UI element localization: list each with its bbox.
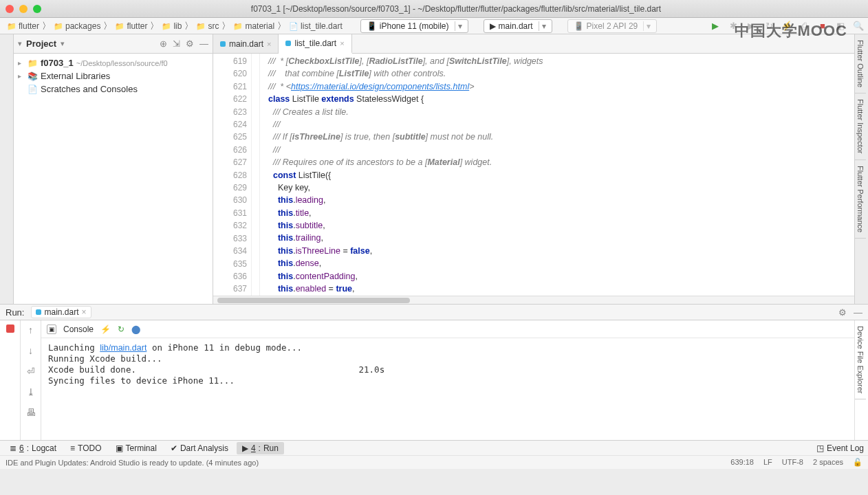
tab-dart-analysis[interactable]: ✔ Dart Analysis xyxy=(165,442,234,454)
dart-file-icon xyxy=(285,41,291,46)
horizontal-scrollbar[interactable] xyxy=(213,296,854,304)
right-tab[interactable]: Flutter Inspector xyxy=(855,94,866,160)
file-encoding[interactable]: UTF-8 xyxy=(782,458,803,467)
close-tab-icon[interactable]: × xyxy=(267,40,271,48)
dart-file-icon xyxy=(220,41,226,47)
collapse-icon[interactable]: ▾ xyxy=(18,39,22,48)
minimize-window-icon[interactable] xyxy=(19,5,28,13)
console-label: Console xyxy=(63,324,94,334)
project-header-label: Project xyxy=(26,38,56,49)
event-log[interactable]: ◳ Event Log xyxy=(816,443,864,453)
status-bar: IDE and Plugin Updates: Android Studio i… xyxy=(0,455,868,469)
hot-reload-small-icon[interactable]: ⚡ xyxy=(100,324,111,334)
maximize-window-icon[interactable] xyxy=(33,5,41,13)
restart-icon[interactable]: ↻ xyxy=(118,324,124,334)
fold-gutter[interactable] xyxy=(252,54,260,296)
right-console-gutter: Device File Explorer xyxy=(854,320,868,440)
project-root[interactable]: ▸📁f0703_1 ~/Desktop/lesson/source/f0 xyxy=(14,56,213,69)
line-separator[interactable]: LF xyxy=(763,458,772,467)
cursor-position[interactable]: 639:18 xyxy=(730,458,754,467)
editor-area: main.dart× list_tile.dart× 6196206216226… xyxy=(213,34,854,304)
tab-run[interactable]: ▶ 4: Run xyxy=(237,442,284,454)
print-icon[interactable]: 🖶 xyxy=(26,407,36,418)
breadcrumb-item[interactable]: 📁 flutter xyxy=(4,21,42,32)
target-icon[interactable]: ⊕ xyxy=(160,38,167,49)
console-output[interactable]: Launching lib/main.dart on iPhone 11 in … xyxy=(41,338,854,440)
watermark-logo: 中国大学MOOC xyxy=(735,21,847,41)
bottom-tool-tabs: ≣ 6: Logcat ≡ TODO ▣ Terminal ✔ Dart Ana… xyxy=(0,440,868,455)
open-devtools-icon[interactable]: ⬤ xyxy=(131,324,140,334)
breadcrumb-item[interactable]: 📁 lib xyxy=(159,21,184,32)
breadcrumb-item[interactable]: 📁 packages xyxy=(51,21,103,32)
scroll-icon[interactable]: ⤓ xyxy=(27,386,35,397)
search-icon[interactable]: 🔍 xyxy=(853,21,864,32)
device-file-explorer-tab[interactable]: Device File Explorer xyxy=(855,320,866,399)
external-libraries[interactable]: ▸📚External Libraries xyxy=(14,69,213,82)
console-tab-icon[interactable]: ▣ xyxy=(47,324,56,334)
right-tool-tabs: Flutter OutlineFlutter InspectorFlutter … xyxy=(854,34,868,304)
breadcrumb-item[interactable]: 📄 list_tile.dart xyxy=(286,21,345,32)
tab-logcat[interactable]: ≣ 6: Logcat xyxy=(4,442,62,454)
breadcrumb-item[interactable]: 📁 src xyxy=(193,21,221,32)
tab-todo[interactable]: ≡ TODO xyxy=(65,442,107,454)
tab-terminal[interactable]: ▣ Terminal xyxy=(110,442,162,454)
breadcrumb-item[interactable]: 📁 flutter xyxy=(112,21,150,32)
run-icon[interactable]: ▶ xyxy=(710,21,721,32)
run-hide-icon[interactable]: — xyxy=(854,307,862,318)
status-message: IDE and Plugin Updates: Android Studio i… xyxy=(6,459,259,467)
rerun-icon[interactable]: ↑ xyxy=(28,324,33,336)
tab-list-tile-dart[interactable]: list_tile.dart× xyxy=(279,34,351,54)
run-file[interactable]: main.dart× xyxy=(31,306,91,318)
right-tab[interactable]: Flutter Outline xyxy=(855,34,866,94)
project-tool-window: ▾ Project ▾ ⊕ ⇲ ⚙ — ▸📁f0703_1 ~/Desktop/… xyxy=(14,34,213,304)
device-selector[interactable]: 📱 iPhone 11 (mobile)▾ xyxy=(360,19,468,33)
close-window-icon[interactable] xyxy=(6,5,14,13)
run-settings-icon[interactable]: ⚙ xyxy=(838,307,847,318)
device-selector-disabled[interactable]: 📱 Pixel 2 API 29▾ xyxy=(567,19,658,33)
expand-icon[interactable]: ⇲ xyxy=(173,38,180,49)
run-config-selector[interactable]: ▶ main.dart▾ xyxy=(484,19,552,33)
run-label: Run: xyxy=(6,307,24,318)
scratches[interactable]: 📄Scratches and Consoles xyxy=(14,82,213,96)
indent-info[interactable]: 2 spaces xyxy=(813,458,843,467)
close-tab-icon[interactable]: × xyxy=(340,39,344,47)
window-title: f0703_1 [~/Desktop/lesson/source/f0703_1… xyxy=(50,4,862,14)
line-gutter: 6196206216226236246256266276286296306316… xyxy=(213,54,252,296)
gear-icon[interactable]: ⚙ xyxy=(186,38,194,49)
code-editor[interactable]: 6196206216226236246256266276286296306316… xyxy=(213,54,854,296)
breadcrumb-item[interactable]: 📁 material xyxy=(230,21,277,32)
hide-icon[interactable]: — xyxy=(199,38,208,49)
right-tab[interactable]: Flutter Performance xyxy=(855,160,866,239)
window-titlebar: f0703_1 [~/Desktop/lesson/source/f0703_1… xyxy=(0,0,868,18)
soft-wrap-icon[interactable]: ⏎ xyxy=(27,366,35,377)
stop-run-icon[interactable] xyxy=(6,324,14,333)
left-gutter xyxy=(0,34,14,304)
lock-icon[interactable]: 🔓 xyxy=(853,458,862,467)
down-icon[interactable]: ↓ xyxy=(28,345,33,356)
tab-main-dart[interactable]: main.dart× xyxy=(213,34,279,53)
run-tool-header: Run: main.dart× ⚙— xyxy=(0,304,868,320)
